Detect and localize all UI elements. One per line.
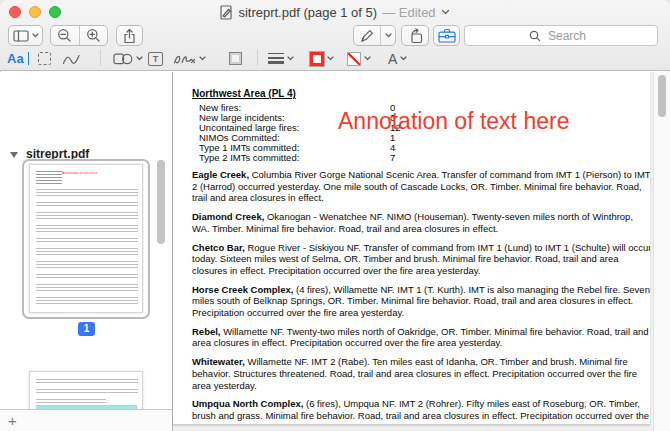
shapes-icon xyxy=(113,52,133,66)
sidebar-view-icon xyxy=(13,30,29,42)
view-menu-button[interactable] xyxy=(8,25,43,46)
sketch-tool[interactable] xyxy=(62,49,81,68)
toolbar: sitreprt.pdf (page 1 of 5) — Edited xyxy=(0,0,670,71)
sidebar-scrollbar[interactable] xyxy=(157,160,165,244)
zoom-in-icon xyxy=(86,28,101,43)
fire-report-paragraph: Umpqua North Complex, (6 fires), Umpqua … xyxy=(192,398,650,425)
stat-row: Type 2 IMTs committed:7 xyxy=(192,153,650,163)
minimize-button[interactable] xyxy=(29,6,41,18)
thumb-stats-lines xyxy=(36,171,62,184)
border-color-tool[interactable] xyxy=(310,49,334,68)
markup-pen-button[interactable] xyxy=(354,26,380,45)
close-button[interactable] xyxy=(9,6,21,18)
page-thumbnail-1[interactable]: Annotation of text here xyxy=(29,164,143,313)
zoom-out-button[interactable] xyxy=(51,26,79,45)
document-page[interactable]: Northwest Area (PL 4) New fires:0 New la… xyxy=(173,72,650,425)
share-icon xyxy=(122,28,137,44)
window-title-area: sitreprt.pdf (page 1 of 5) — Edited xyxy=(120,4,550,20)
document-area: Northwest Area (PL 4) New fires:0 New la… xyxy=(173,72,670,431)
fire-report-paragraph: Eagle Creek, Columbia River Gorge Nation… xyxy=(192,169,650,204)
disclosure-triangle-icon[interactable] xyxy=(10,152,18,158)
markup-pen-button-group xyxy=(353,25,396,46)
text-style-tool[interactable]: A xyxy=(388,49,407,68)
add-page-button[interactable]: + xyxy=(8,413,17,428)
zoom-button-group xyxy=(50,25,108,46)
fire-report-paragraph: Diamond Creek, Okanogan - Wenatchee NF. … xyxy=(192,211,650,234)
edited-label: — Edited xyxy=(382,5,435,20)
stat-label: Type 2 IMTs committed: xyxy=(199,153,390,163)
main-scrollbar-track[interactable] xyxy=(653,72,670,431)
zoom-in-button[interactable] xyxy=(79,26,108,45)
text-style-icon: A xyxy=(388,51,397,67)
toolbar-divider xyxy=(100,50,101,66)
search-input-wrapper xyxy=(464,25,658,46)
fullscreen-button[interactable] xyxy=(49,6,61,18)
fire-report-paragraph: Horse Creek Complex, (4 fires), Willamet… xyxy=(192,284,650,319)
note-tool[interactable] xyxy=(229,49,242,68)
page-number-badge: 1 xyxy=(78,322,95,336)
marker-pen-icon xyxy=(359,28,375,44)
fire-report-paragraph: Whitewater, Willamette NF. IMT 2 (Rabe).… xyxy=(192,356,650,391)
annotation-text[interactable]: Annotation of text here xyxy=(338,108,569,135)
rotate-button[interactable] xyxy=(401,25,429,46)
chevron-down-icon xyxy=(287,56,294,61)
text-selection-tool[interactable]: Aa xyxy=(7,49,29,68)
thumb-annotation-text: Annotation of text here xyxy=(62,171,97,175)
fill-color-swatch-icon xyxy=(347,52,361,66)
stat-value: 7 xyxy=(390,153,395,163)
chevron-down-icon xyxy=(32,33,39,38)
fire-report-paragraph: Rebel, Willamette NF. Twenty-two miles n… xyxy=(192,326,650,349)
rect-selection-tool[interactable] xyxy=(38,49,51,68)
border-color-swatch-icon xyxy=(310,52,324,66)
line-weight-tool[interactable] xyxy=(268,49,294,68)
text-selection-icon: Aa xyxy=(7,51,24,66)
markup-toolbar-toggle-button[interactable] xyxy=(433,25,460,46)
main-scrollbar-thumb[interactable] xyxy=(658,75,666,117)
zoom-out-icon xyxy=(57,28,72,43)
shapes-tool[interactable] xyxy=(113,49,143,68)
toolbox-icon xyxy=(438,28,456,43)
chevron-down-icon xyxy=(364,56,371,61)
line-weight-icon xyxy=(268,53,284,64)
signature-icon xyxy=(173,52,196,66)
text-box-icon: T xyxy=(148,52,163,66)
signature-tool[interactable] xyxy=(173,49,206,68)
chevron-down-icon xyxy=(327,56,334,61)
rotate-left-icon xyxy=(407,28,424,44)
selection-rectangle-icon xyxy=(38,52,51,65)
text-box-tool[interactable]: T xyxy=(148,49,163,68)
sidebar-footer: + xyxy=(0,409,172,431)
thumbnail-sidebar: sitreprt.pdf Annotation of text here 1 xyxy=(0,72,173,431)
chevron-down-icon xyxy=(136,56,143,61)
toolbar-divider xyxy=(257,50,258,66)
title-chevron-down-icon[interactable] xyxy=(441,9,450,15)
text-cursor-icon xyxy=(28,52,30,65)
chevron-down-icon xyxy=(199,56,206,61)
preview-window: sitreprt.pdf (page 1 of 5) — Edited xyxy=(0,0,670,431)
note-icon xyxy=(229,52,242,65)
document-proxy-icon[interactable] xyxy=(220,5,233,20)
search-input[interactable] xyxy=(465,26,657,45)
window-title: sitreprt.pdf (page 1 of 5) xyxy=(238,5,377,20)
chevron-down-icon xyxy=(385,33,392,38)
fill-color-tool[interactable] xyxy=(347,49,371,68)
chevron-down-icon xyxy=(400,56,407,61)
share-button[interactable] xyxy=(116,25,143,46)
sketch-icon xyxy=(62,52,81,66)
markup-pen-dropdown[interactable] xyxy=(380,26,395,45)
fire-report-paragraph: Chetco Bar, Rogue River - Siskiyou NF. T… xyxy=(192,242,650,277)
section-heading: Northwest Area (PL 4) xyxy=(192,87,650,100)
